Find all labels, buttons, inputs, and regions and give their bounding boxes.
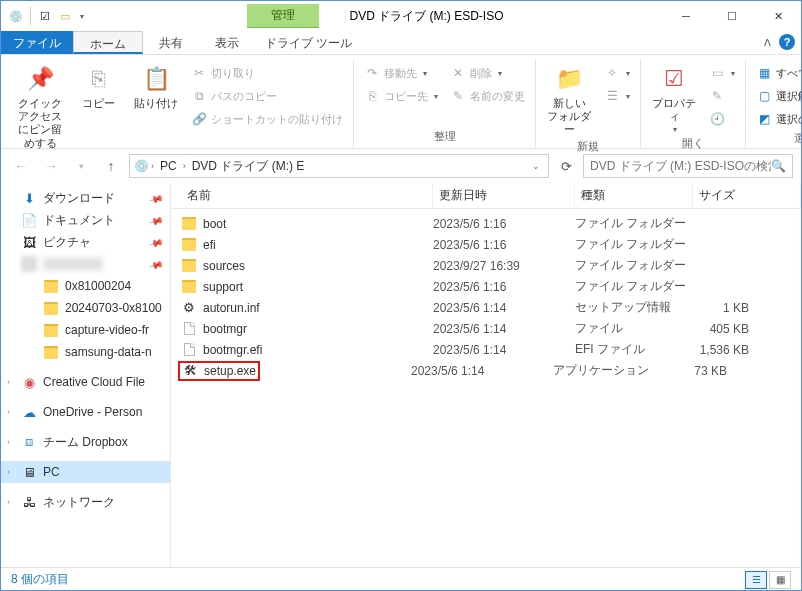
new-folder-button[interactable]: 📁 新しい フォルダー bbox=[542, 59, 596, 137]
ribbon-collapse-icon[interactable]: ᐱ bbox=[764, 37, 771, 48]
open-button[interactable]: ▭▾ bbox=[705, 63, 739, 83]
downloads-icon: ⬇ bbox=[21, 190, 37, 206]
search-input[interactable] bbox=[590, 159, 771, 173]
breadcrumb-drive[interactable]: DVD ドライブ (M:) E bbox=[188, 158, 309, 175]
view-tab[interactable]: 表示 bbox=[199, 31, 255, 54]
expand-icon[interactable]: › bbox=[7, 377, 10, 387]
nav-blurred-item[interactable]: 📌 bbox=[1, 253, 170, 275]
file-type: EFI ファイル bbox=[575, 341, 693, 358]
file-row[interactable]: bootmgr2023/5/6 1:14ファイル405 KB bbox=[171, 318, 801, 339]
expand-icon[interactable]: › bbox=[7, 467, 10, 477]
file-row[interactable]: support2023/5/6 1:16ファイル フォルダー bbox=[171, 276, 801, 297]
drive-icon: 💿 bbox=[134, 159, 149, 173]
delete-button[interactable]: ✕削除▾ bbox=[446, 63, 529, 83]
nav-folder-1[interactable]: 0x81000204 bbox=[1, 275, 170, 297]
file-row[interactable]: sources2023/9/27 16:39ファイル フォルダー bbox=[171, 255, 801, 276]
home-tab[interactable]: ホーム bbox=[73, 31, 143, 54]
close-button[interactable]: ✕ bbox=[755, 1, 801, 31]
maximize-button[interactable]: ☐ bbox=[709, 1, 755, 31]
column-size[interactable]: サイズ bbox=[693, 183, 801, 208]
search-box[interactable]: 🔍 bbox=[583, 154, 793, 178]
nav-folder-2[interactable]: 20240703-0x8100 bbox=[1, 297, 170, 319]
file-type: ファイル フォルダー bbox=[575, 257, 693, 274]
column-date[interactable]: 更新日時 bbox=[433, 183, 575, 208]
nav-forward-button[interactable]: → bbox=[39, 154, 63, 178]
file-row[interactable]: ⚙autorun.inf2023/5/6 1:14セットアップ情報1 KB bbox=[171, 297, 801, 318]
navigation-pane[interactable]: ⬇ダウンロード📌 📄ドキュメント📌 🖼ピクチャ📌 📌 0x81000204 20… bbox=[1, 183, 171, 567]
nav-back-button[interactable]: ← bbox=[9, 154, 33, 178]
file-date: 2023/5/6 1:14 bbox=[411, 364, 553, 378]
breadcrumb-pc[interactable]: PC bbox=[156, 159, 181, 173]
pin-icon: 📌 bbox=[24, 63, 56, 95]
highlighted-file: 🛠setup.exe bbox=[178, 361, 260, 381]
item-count-label: 8 個の項目 bbox=[11, 571, 69, 588]
paste-button[interactable]: 📋 貼り付け bbox=[129, 59, 183, 110]
paste-shortcut-button[interactable]: 🔗ショートカットの貼り付け bbox=[187, 109, 347, 129]
edit-button[interactable]: ✎ bbox=[705, 86, 739, 106]
nav-recent-button[interactable]: ▾ bbox=[69, 154, 93, 178]
nav-pc[interactable]: ›🖥PC bbox=[1, 461, 170, 483]
title-bar: 💿 ☑ ▭ ▾ 管理 DVD ドライブ (M:) ESD-ISO ─ ☐ ✕ bbox=[1, 1, 801, 31]
rename-button[interactable]: ✎名前の変更 bbox=[446, 86, 529, 106]
manage-contextual-tab[interactable]: 管理 bbox=[247, 4, 319, 28]
column-name[interactable]: 名前 bbox=[181, 183, 433, 208]
copy-button[interactable]: ⎘ コピー bbox=[71, 59, 125, 110]
qat-dropdown[interactable]: ▾ bbox=[76, 12, 88, 21]
address-dropdown[interactable]: ⌄ bbox=[528, 161, 544, 171]
nav-dropbox[interactable]: ›⧈チーム Dropbox bbox=[1, 431, 170, 453]
minimize-button[interactable]: ─ bbox=[663, 1, 709, 31]
file-name: setup.exe bbox=[204, 364, 256, 378]
invert-selection-button[interactable]: ◩選択の切り替え bbox=[752, 109, 802, 129]
column-headers: 名前 更新日時 種類 サイズ bbox=[171, 183, 801, 209]
history-button[interactable]: 🕘 bbox=[705, 109, 739, 129]
nav-pictures[interactable]: 🖼ピクチャ📌 bbox=[1, 231, 170, 253]
file-row[interactable]: boot2023/5/6 1:16ファイル フォルダー bbox=[171, 213, 801, 234]
column-type[interactable]: 種類 bbox=[575, 183, 693, 208]
expand-icon[interactable]: › bbox=[7, 437, 10, 447]
help-icon[interactable]: ? bbox=[779, 34, 795, 50]
easy-access-button[interactable]: ☰▾ bbox=[600, 86, 634, 106]
invert-selection-icon: ◩ bbox=[756, 111, 772, 127]
pin-quick-access-button[interactable]: 📌 クイック アクセス にピン留めする bbox=[13, 59, 67, 150]
expand-icon[interactable]: › bbox=[7, 497, 10, 507]
nav-documents[interactable]: 📄ドキュメント📌 bbox=[1, 209, 170, 231]
copy-to-button[interactable]: ⎘コピー先▾ bbox=[360, 86, 442, 106]
details-view-button[interactable]: ☰ bbox=[745, 571, 767, 589]
file-date: 2023/9/27 16:39 bbox=[433, 259, 575, 273]
file-row[interactable]: bootmgr.efi2023/5/6 1:14EFI ファイル1,536 KB bbox=[171, 339, 801, 360]
nav-onedrive[interactable]: ›☁OneDrive - Person bbox=[1, 401, 170, 423]
status-bar: 8 個の項目 ☰ ▦ bbox=[1, 567, 801, 591]
nav-network[interactable]: ›🖧ネットワーク bbox=[1, 491, 170, 513]
file-type: ファイル フォルダー bbox=[575, 236, 693, 253]
folder-icon bbox=[181, 258, 197, 274]
nav-up-button[interactable]: ↑ bbox=[99, 154, 123, 178]
file-tab[interactable]: ファイル bbox=[1, 31, 73, 54]
nav-folder-4[interactable]: samsung-data-n bbox=[1, 341, 170, 363]
copy-path-button[interactable]: ⧉パスのコピー bbox=[187, 86, 347, 106]
properties-button[interactable]: ☑ プロパティ ▾ bbox=[647, 59, 701, 134]
expand-icon[interactable]: › bbox=[7, 407, 10, 417]
new-item-button[interactable]: ✧▾ bbox=[600, 63, 634, 83]
folder-icon bbox=[43, 278, 59, 294]
select-all-button[interactable]: ▦すべて選択 bbox=[752, 63, 802, 83]
cut-button[interactable]: ✂切り取り bbox=[187, 63, 347, 83]
move-to-button[interactable]: ↷移動先▾ bbox=[360, 63, 442, 83]
drive-tools-tab[interactable]: ドライブ ツール bbox=[255, 31, 362, 54]
select-none-button[interactable]: ▢選択解除 bbox=[752, 86, 802, 106]
qat-properties-icon[interactable]: ☑ bbox=[36, 7, 54, 25]
file-list[interactable]: boot2023/5/6 1:16ファイル フォルダーefi2023/5/6 1… bbox=[171, 209, 801, 567]
file-row[interactable]: 🛠setup.exe2023/5/6 1:14アプリケーション73 KB bbox=[171, 360, 801, 381]
file-date: 2023/5/6 1:14 bbox=[433, 322, 575, 336]
refresh-button[interactable]: ⟳ bbox=[555, 155, 577, 177]
qat-newfolder-icon[interactable]: ▭ bbox=[56, 7, 74, 25]
file-row[interactable]: efi2023/5/6 1:16ファイル フォルダー bbox=[171, 234, 801, 255]
file-date: 2023/5/6 1:16 bbox=[433, 280, 575, 294]
icons-view-button[interactable]: ▦ bbox=[769, 571, 791, 589]
nav-downloads[interactable]: ⬇ダウンロード📌 bbox=[1, 187, 170, 209]
share-tab[interactable]: 共有 bbox=[143, 31, 199, 54]
nav-creative-cloud[interactable]: ›◉Creative Cloud File bbox=[1, 371, 170, 393]
address-path[interactable]: 💿 › PC › DVD ドライブ (M:) E ⌄ bbox=[129, 154, 549, 178]
nav-folder-3[interactable]: capture-video-fr bbox=[1, 319, 170, 341]
cut-icon: ✂ bbox=[191, 65, 207, 81]
search-icon: 🔍 bbox=[771, 159, 786, 173]
